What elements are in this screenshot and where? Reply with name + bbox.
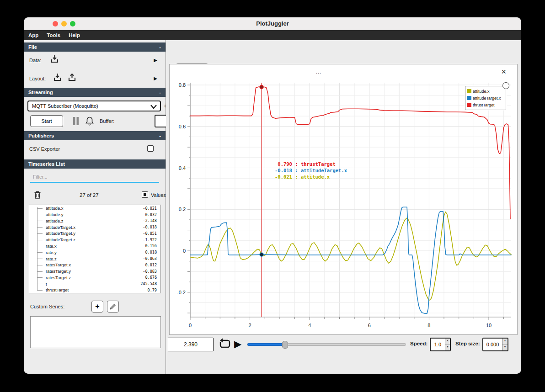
legend-entry[interactable]: thrustTarget xyxy=(467,101,504,108)
step-value-input[interactable] xyxy=(483,339,502,350)
current-time-box[interactable] xyxy=(168,338,214,351)
speed-up-icon[interactable]: ▲ xyxy=(445,339,450,345)
timeseries-value: 245.548 xyxy=(140,281,157,286)
timeseries-value: -2.148 xyxy=(143,218,157,223)
timeseries-filter-input[interactable] xyxy=(30,172,159,183)
timeseries-row[interactable]: ratesTarget.x0.012 xyxy=(29,262,160,268)
step-up-icon[interactable]: ▲ xyxy=(502,339,508,345)
custom-series-list[interactable] xyxy=(30,316,161,348)
timeseries-row[interactable]: rate.x-0.156 xyxy=(29,243,160,249)
data-menu-arrow-icon[interactable]: ▶ xyxy=(154,58,157,63)
layout-label: Layout: xyxy=(29,76,46,81)
csv-exporter-checkbox[interactable] xyxy=(147,145,154,152)
speed-spinbox[interactable]: ▲ ▼ xyxy=(430,338,451,351)
timeseries-value: -0.063 xyxy=(143,256,157,261)
step-down-icon[interactable]: ▼ xyxy=(502,345,508,351)
csv-exporter-label: CSV Exporter xyxy=(29,146,60,152)
streaming-section-header[interactable]: Streaming - xyxy=(24,88,166,97)
legend-entry[interactable]: attitudeTarget.x xyxy=(467,95,504,101)
timeseries-row[interactable]: rate.y0.018 xyxy=(29,249,160,255)
collapse-file-icon[interactable]: - xyxy=(159,42,161,52)
timeseries-name: ratesTarget.y xyxy=(46,269,71,274)
speed-label: Speed: xyxy=(410,341,427,346)
legend-label: thrustTarget xyxy=(473,103,495,107)
svg-text:-0.021 : attitude.x: -0.021 : attitude.x xyxy=(275,174,330,180)
timeseries-row[interactable]: thrustTarget0.79 xyxy=(29,287,160,293)
legend-label: attitude.x xyxy=(473,89,490,94)
legend-handle-circle[interactable] xyxy=(502,82,509,89)
timeseries-list[interactable]: attitude.x-0.021attitude.y-0.032attitude… xyxy=(29,205,161,293)
data-label: Data: xyxy=(29,58,41,63)
timeseries-row[interactable]: ratesTarget.y-0.083 xyxy=(29,268,160,275)
speed-value-input[interactable] xyxy=(431,339,445,350)
timeseries-value: -0.083 xyxy=(143,269,157,274)
legend-swatch xyxy=(467,96,471,100)
timeseries-value: 0.79 xyxy=(148,288,157,292)
timeseries-row[interactable]: attitude.y-0.032 xyxy=(29,212,160,218)
menu-help[interactable]: Help xyxy=(69,32,80,38)
timeseries-name: t xyxy=(46,281,47,286)
layout-menu-arrow-icon[interactable]: ▶ xyxy=(154,76,157,81)
collapse-publishers-icon[interactable]: - xyxy=(159,131,161,140)
pause-streaming-icon[interactable] xyxy=(72,117,80,127)
file-section-header[interactable]: File - xyxy=(24,42,166,52)
timeseries-name: ratesTarget.x xyxy=(46,262,71,267)
svg-text:2: 2 xyxy=(249,323,251,328)
delete-timeseries-trash-icon[interactable] xyxy=(33,190,42,202)
timeseries-row[interactable]: ratesTarget.z0.676 xyxy=(29,274,160,281)
timeseries-value: -0.156 xyxy=(143,244,157,248)
edit-custom-series-button[interactable] xyxy=(107,301,119,313)
streaming-source-select[interactable]: MQTT Subscriber (Mosquitto) xyxy=(27,101,161,111)
timeseries-value: -0.032 xyxy=(143,212,157,217)
timeseries-row[interactable]: rate.z-0.063 xyxy=(29,255,160,262)
svg-text:10: 10 xyxy=(486,323,492,328)
svg-text:0.790 : thrustTarget: 0.790 : thrustTarget xyxy=(275,161,336,167)
timeseries-row[interactable]: t245.548 xyxy=(29,281,160,287)
play-button[interactable]: ▶ xyxy=(234,339,241,350)
timeseries-row[interactable]: attitudeTarget.y-0.051 xyxy=(29,230,160,237)
timeline-slider[interactable] xyxy=(247,343,406,346)
legend-entry[interactable]: attitude.x xyxy=(467,88,504,95)
load-layout-icon[interactable] xyxy=(52,72,63,85)
slider-handle[interactable] xyxy=(282,341,288,349)
svg-text:0.6: 0.6 xyxy=(179,124,186,129)
values-label: Values xyxy=(151,192,166,198)
timeseries-name: attitudeTarget.z xyxy=(46,237,75,242)
timeseries-name: attitude.x xyxy=(46,206,64,211)
close-plot-icon[interactable]: × xyxy=(501,67,506,77)
chart-legend[interactable]: attitude.xattitudeTarget.xthrustTarget xyxy=(465,86,506,110)
timeseries-name: attitudeTarget.y xyxy=(46,231,75,236)
plot-widget[interactable]: 0246810-0.200.20.40.60.8 0.790 : thrustT… xyxy=(169,64,518,335)
add-custom-series-button[interactable]: + xyxy=(91,301,103,313)
menu-app[interactable]: App xyxy=(28,32,38,38)
plot-title-dots[interactable]: ... xyxy=(316,69,321,74)
start-streaming-button[interactable]: Start xyxy=(30,115,63,127)
timeseries-name: rate.x xyxy=(46,244,57,249)
svg-text:0.8: 0.8 xyxy=(179,82,186,88)
publishers-section-header[interactable]: Publishers - xyxy=(24,131,166,140)
timeseries-value: -0.021 xyxy=(143,206,157,211)
timeseries-name: rate.z xyxy=(46,256,57,261)
timeseries-row[interactable]: attitudeTarget.z-1.922 xyxy=(29,237,160,243)
timeseries-row[interactable]: attitude.x-0.021 xyxy=(29,205,160,212)
collapse-streaming-icon[interactable]: - xyxy=(159,88,161,97)
notifications-bell-icon[interactable] xyxy=(84,116,95,128)
timeseries-row[interactable]: attitudeTarget.x-0.018 xyxy=(29,224,160,230)
loop-playback-icon[interactable] xyxy=(218,338,232,352)
sidebar: File - Data: ▶ Layout: ▶ Streaming - MQT… xyxy=(24,40,166,374)
timeseries-value: 0.676 xyxy=(145,275,157,280)
save-layout-icon[interactable] xyxy=(67,72,78,85)
values-checkbox[interactable] xyxy=(142,191,148,198)
timeseries-value: -0.018 xyxy=(143,225,157,229)
timeseries-row[interactable]: attitude.z-2.148 xyxy=(29,218,160,224)
current-time-input[interactable] xyxy=(168,338,213,351)
custom-series-label: Custom Series: xyxy=(30,304,64,309)
step-size-spinbox[interactable]: ▲ ▼ xyxy=(482,338,508,351)
pencil-icon xyxy=(109,303,117,310)
speed-down-icon[interactable]: ▼ xyxy=(445,345,450,351)
svg-text:6: 6 xyxy=(368,323,371,328)
timeseries-section-header[interactable]: Timeseries List xyxy=(24,159,166,169)
legend-swatch xyxy=(467,89,471,93)
menu-tools[interactable]: Tools xyxy=(47,32,60,38)
load-data-icon[interactable] xyxy=(49,54,60,67)
